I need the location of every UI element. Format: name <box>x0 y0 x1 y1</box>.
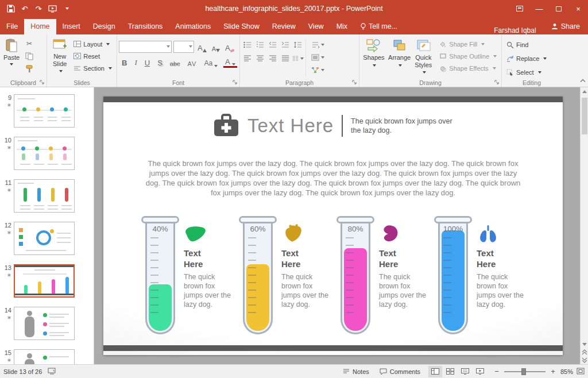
redo-icon[interactable]: ↷ <box>32 2 45 15</box>
tab-file[interactable]: File <box>0 19 24 34</box>
align-text-icon[interactable] <box>308 52 327 63</box>
copy-icon[interactable] <box>22 51 36 62</box>
align-right-icon[interactable] <box>267 53 278 64</box>
smartart-icon[interactable] <box>308 64 327 76</box>
change-case-button[interactable]: Aa <box>202 56 219 68</box>
collapse-ribbon-icon[interactable] <box>580 76 586 84</box>
tab-animations[interactable]: Animations <box>169 19 217 34</box>
font-size-combobox[interactable] <box>173 41 194 53</box>
minimize-icon[interactable]: — <box>529 0 549 17</box>
share-button[interactable]: Share <box>543 22 588 34</box>
quick-styles-button[interactable]: QuickStyles <box>412 36 434 76</box>
undo-icon[interactable]: ↶ <box>18 2 31 15</box>
thumbnail-slide-12[interactable]: 12∗ <box>1 222 90 255</box>
zoom-out-icon[interactable]: − <box>493 367 501 376</box>
select-button[interactable]: Select <box>505 66 559 78</box>
slide-editor[interactable]: Text Here The quick brown fox jumps over… <box>103 97 563 355</box>
underline-button[interactable]: U <box>143 56 152 68</box>
tell-me-box[interactable]: Tell me... <box>354 19 404 34</box>
text-shadow-button[interactable]: S <box>156 56 164 68</box>
tube-description[interactable]: The quick brown fox jumps over the lazy … <box>281 272 331 310</box>
scroll-down-icon[interactable] <box>581 340 588 348</box>
columns-icon[interactable] <box>292 53 304 64</box>
close-icon[interactable]: × <box>568 0 588 17</box>
align-center-icon[interactable] <box>254 53 266 64</box>
zoom-slider-knob[interactable] <box>521 368 526 375</box>
zoom-in-icon[interactable]: + <box>549 367 557 376</box>
zoom-slider[interactable] <box>504 368 546 376</box>
zoom-level[interactable]: 85% <box>560 368 573 375</box>
slide-title-caption[interactable]: The quick brown fox jumps over the lazy … <box>351 117 453 136</box>
tube-heading[interactable]: Text Here <box>379 248 417 270</box>
paste-button[interactable]: Paste <box>2 36 21 76</box>
slide-title-text[interactable]: Text Here <box>247 115 334 137</box>
medical-case-icon[interactable] <box>213 114 239 138</box>
tube-description[interactable]: The quick brown fox jumps over the lazy … <box>184 272 233 310</box>
tab-mix[interactable]: Mix <box>330 19 354 34</box>
line-spacing-icon[interactable] <box>292 39 304 51</box>
tab-home[interactable]: Home <box>24 19 56 34</box>
tube-description[interactable]: The quick brown fox jumps over the lazy … <box>477 272 526 310</box>
strikethrough-button[interactable]: abc <box>168 56 182 68</box>
tube-item-4[interactable]: 100% Text Here <box>433 216 529 351</box>
justify-icon[interactable] <box>280 53 291 64</box>
customize-qat-icon[interactable] <box>60 2 72 15</box>
shape-outline-button[interactable]: Shape Outline <box>438 51 498 61</box>
replace-button[interactable]: Replace <box>505 52 559 64</box>
vertical-scrollbar[interactable] <box>580 87 588 364</box>
layout-button[interactable]: Layout <box>72 38 114 49</box>
slide-body-text[interactable]: The quick brown fox jumps over the lazy … <box>144 159 523 198</box>
align-left-icon[interactable] <box>242 53 253 64</box>
tab-transitions[interactable]: Transitions <box>122 19 169 34</box>
thumbnail-slide-9[interactable]: 9∗ <box>1 94 90 128</box>
tab-review[interactable]: Review <box>266 19 302 34</box>
font-color-button[interactable]: A <box>223 56 237 68</box>
thumbnail-slide-10[interactable]: 10∗ <box>1 137 90 170</box>
tube-heading[interactable]: Text Here <box>477 248 514 270</box>
slide-indicator[interactable]: Slide 13 of 26 <box>3 368 42 375</box>
maximize-icon[interactable] <box>549 0 568 17</box>
font-name-combobox[interactable] <box>119 41 172 53</box>
thumbnail-slide-14[interactable]: 14∗ <box>1 307 90 340</box>
bold-button[interactable]: B <box>120 56 129 68</box>
character-spacing-button[interactable]: AV <box>186 56 199 68</box>
next-slide-icon[interactable] <box>581 356 588 364</box>
previous-slide-icon[interactable] <box>581 348 588 356</box>
fit-slide-to-window-icon[interactable] <box>577 368 585 376</box>
shapes-button[interactable]: Shapes <box>361 36 386 76</box>
shape-fill-button[interactable]: Shape Fill <box>438 38 498 49</box>
tube-heading[interactable]: Text Here <box>281 248 319 270</box>
reading-view-icon[interactable] <box>458 366 472 377</box>
text-direction-icon[interactable] <box>308 39 327 51</box>
cut-icon[interactable]: ✂ <box>22 38 36 49</box>
new-slide-button[interactable]: New Slide <box>49 36 71 76</box>
tab-design[interactable]: Design <box>87 19 122 34</box>
tab-view[interactable]: View <box>302 19 330 34</box>
notes-button[interactable]: Notes <box>341 365 372 378</box>
clear-formatting-button[interactable]: A <box>223 41 237 53</box>
find-button[interactable]: Find <box>505 38 559 51</box>
thumbnail-slide-15[interactable]: 15∗ <box>1 349 90 364</box>
section-button[interactable]: Section <box>72 63 114 74</box>
tube-description[interactable]: The quick brown fox jumps over the lazy … <box>379 272 428 310</box>
normal-view-icon[interactable] <box>428 366 442 377</box>
display-settings-icon[interactable] <box>48 368 56 376</box>
start-from-beginning-icon[interactable] <box>46 2 59 15</box>
tube-item-2[interactable]: 60% Text Here <box>238 216 334 351</box>
reset-button[interactable]: Reset <box>72 51 114 61</box>
tab-insert[interactable]: Insert <box>56 19 87 34</box>
numbering-icon[interactable] <box>254 39 266 51</box>
clipboard-dialog-launcher-icon[interactable] <box>39 79 45 86</box>
slide-show-view-icon[interactable] <box>473 366 487 377</box>
thumbnail-slide-11[interactable]: 11∗ <box>1 179 90 213</box>
arrange-button[interactable]: Arrange <box>386 36 412 76</box>
save-icon[interactable] <box>5 2 17 15</box>
shape-effects-button[interactable]: Shape Effects <box>438 63 498 74</box>
paragraph-dialog-launcher-icon[interactable] <box>351 79 358 86</box>
tube-heading[interactable]: Text Here <box>184 248 222 270</box>
comments-button[interactable]: Comments <box>377 365 423 378</box>
tube-item-3[interactable]: 80% Text Here The quick brown fox jump <box>335 216 432 351</box>
italic-button[interactable]: I <box>133 56 138 68</box>
font-dialog-launcher-icon[interactable] <box>232 79 238 86</box>
ribbon-display-options-icon[interactable] <box>510 0 529 17</box>
